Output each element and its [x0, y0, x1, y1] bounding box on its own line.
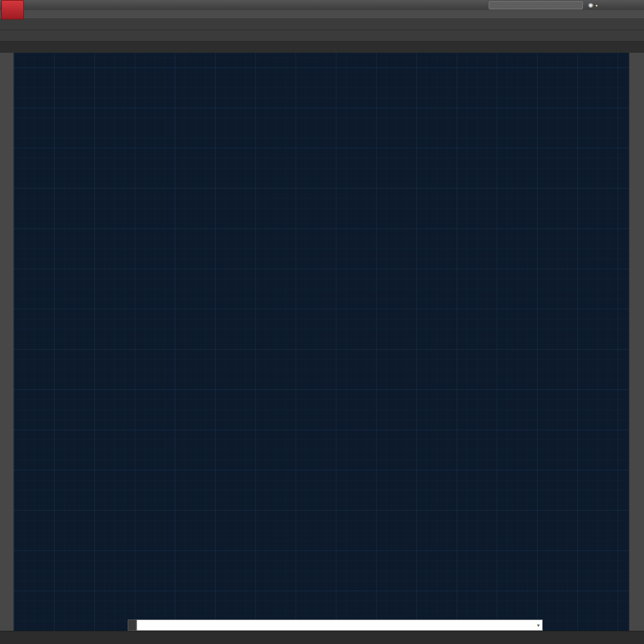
command-input-wrap: ▾: [136, 619, 543, 631]
menu-bar: [0, 10, 644, 18]
help-search-input[interactable]: [489, 1, 583, 9]
status-bar: [0, 631, 644, 644]
layout-tabs: [0, 631, 4, 644]
plan-drawing: [0, 0, 644, 644]
maximize-button[interactable]: [615, 1, 628, 9]
command-bar: ▾: [128, 619, 543, 631]
sign-in-button[interactable]: ◉ ▾: [588, 2, 597, 8]
command-cursor-tools: [128, 619, 136, 631]
standard-toolbar: [0, 18, 644, 30]
command-history-caret-icon[interactable]: ▾: [537, 623, 540, 628]
application-window: ◉ ▾ ▾: [0, 0, 644, 644]
sign-in-caret-icon: ▾: [596, 3, 597, 8]
user-avatar-icon: ◉: [588, 2, 593, 8]
command-input[interactable]: [145, 621, 535, 630]
close-button[interactable]: [630, 1, 643, 9]
file-tab-bar: [0, 42, 644, 53]
draw-tool-strip: [0, 53, 14, 631]
properties-toolbar: [0, 30, 644, 42]
minimize-button[interactable]: [600, 1, 613, 9]
title-bar: ◉ ▾: [0, 0, 644, 10]
app-logo[interactable]: [1, 0, 24, 19]
modify-tool-strip: [629, 53, 644, 631]
